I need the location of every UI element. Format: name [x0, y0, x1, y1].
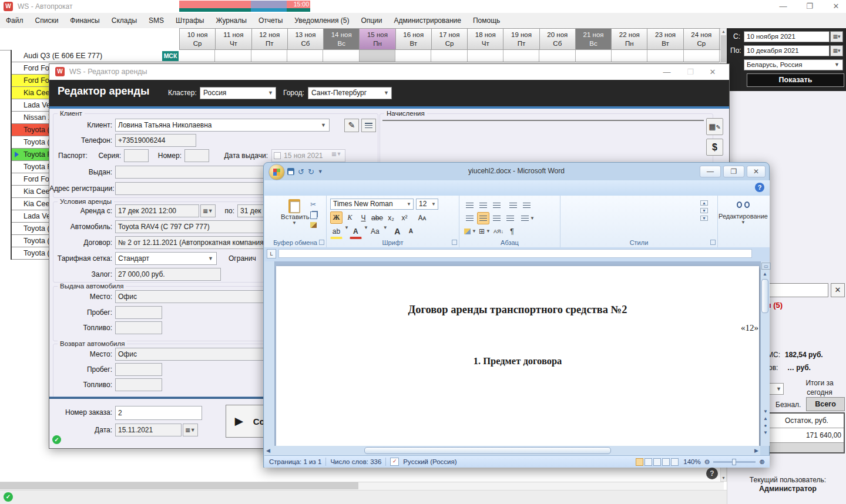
print-layout-icon[interactable] [636, 458, 643, 466]
align-center-button[interactable] [477, 212, 489, 224]
font-size-select[interactable]: 12 ▼ [416, 199, 438, 210]
order-date-calendar-icon[interactable]: ▦▼ [183, 424, 198, 436]
tab-selector[interactable]: L [267, 249, 276, 258]
next-page-icon[interactable]: ▼ [761, 429, 770, 436]
date-to-calendar-icon[interactable]: ▦▾ [830, 45, 843, 56]
scroll-left-icon[interactable]: ◀ [266, 447, 270, 454]
italic-button[interactable]: К [344, 211, 356, 224]
issue-date-checkbox[interactable] [274, 152, 281, 159]
scroll-down-icon[interactable]: ▼ [761, 408, 770, 415]
dialog-maximize-button[interactable]: ❐ [680, 64, 701, 80]
zoom-out-icon[interactable]: ⊖ [704, 458, 710, 466]
superscript-button[interactable]: x² [398, 211, 411, 224]
previous-page-icon[interactable]: ▲ [761, 415, 770, 422]
underline-button[interactable]: Ч [357, 211, 370, 224]
return-fuel-input[interactable] [115, 378, 162, 391]
clear-formatting-button[interactable]: 🗛 [416, 211, 428, 224]
web-layout-icon[interactable] [653, 458, 661, 466]
edit-charges-button[interactable]: ▦✎ [706, 118, 723, 135]
main-restore-button[interactable]: ❐ [798, 0, 821, 13]
region-select[interactable]: Беларусь, Россия ▼ [744, 59, 843, 70]
order-number-input[interactable]: 2 [115, 406, 202, 420]
date-from-input[interactable]: 10 ноября 2021 [744, 31, 830, 42]
word-horizontal-scrollbar[interactable]: ◀ ▶ [264, 446, 760, 455]
passport-number-input[interactable] [184, 149, 209, 162]
menu-item-Отчеты[interactable]: Отчеты [253, 13, 288, 28]
help-button[interactable]: ? [706, 468, 718, 479]
multilevel-list-button[interactable] [491, 199, 503, 211]
menu-item-Опции[interactable]: Опции [355, 13, 388, 28]
gantt-bar-rental[interactable] [179, 1, 251, 8]
order-date-input[interactable]: 15.11.2021 [115, 424, 182, 436]
menu-item-Склады[interactable]: Склады [106, 13, 143, 28]
menu-item-Штрафы[interactable]: Штрафы [170, 13, 210, 28]
change-case-button[interactable]: Aa [369, 225, 381, 237]
scroll-up-icon[interactable]: ▲ [721, 29, 726, 35]
paste-button[interactable]: Вставить ▼ [281, 199, 308, 233]
total-tab[interactable]: Всего [806, 397, 845, 411]
word-count[interactable]: Число слов: 336 [330, 458, 381, 465]
main-minimize-button[interactable]: — [771, 0, 795, 13]
menu-item-Помощь[interactable]: Помощь [467, 13, 506, 28]
font-dialog-launcher[interactable] [452, 240, 457, 245]
chevron-down-icon[interactable]: ▼ [344, 225, 349, 239]
date-from-calendar-icon[interactable]: ▦▾ [830, 31, 843, 42]
styles-more-icon[interactable]: ▼ [700, 216, 708, 221]
car-list-item[interactable]: Audi Q3 (E 606 EE 777) [12, 50, 180, 62]
menu-item-Файл[interactable]: Файл [0, 13, 29, 28]
word-close-button[interactable]: ✕ [747, 166, 766, 177]
app-vertical-scroll-thumb[interactable] [721, 35, 726, 62]
menu-item-Уведомления (5)[interactable]: Уведомления (5) [288, 13, 355, 28]
styles-dialog-launcher[interactable] [710, 240, 716, 245]
word-scroll-thumb[interactable] [761, 279, 768, 313]
highlight-button[interactable]: ab [330, 225, 343, 239]
issue-fuel-input[interactable] [115, 321, 162, 334]
styles-up-icon[interactable]: ▲ [700, 200, 708, 206]
dialog-close-button[interactable]: ✕ [702, 64, 723, 80]
zoom-slider-thumb[interactable] [732, 459, 736, 465]
chevron-down-icon[interactable]: ▼ [383, 225, 388, 239]
scroll-right-icon[interactable]: ▶ [754, 447, 758, 454]
app-horizontal-scroll-thumb[interactable] [0, 482, 358, 489]
client-list-button[interactable] [361, 119, 376, 132]
font-color-button[interactable]: А [350, 225, 362, 239]
numbering-button[interactable] [477, 199, 489, 211]
strikethrough-button[interactable]: abe [371, 211, 384, 224]
spellcheck-icon[interactable]: ✓ [390, 458, 399, 466]
gantt-bar-booking[interactable] [251, 1, 287, 8]
edit-client-button[interactable]: ✎ [344, 119, 359, 132]
zoom-slider[interactable] [713, 461, 756, 463]
cluster-select[interactable]: Россия▼ [200, 87, 276, 99]
grow-font-button[interactable]: А [391, 225, 404, 237]
draft-view-icon[interactable] [671, 458, 679, 466]
client-combobox[interactable]: Ловина Татьяна Николаевна▼ [115, 119, 330, 132]
issue-mileage-input[interactable] [115, 306, 162, 319]
shading-button[interactable]: ▼ [464, 225, 477, 237]
tariff-select[interactable]: Стандарт▼ [115, 252, 217, 265]
pilcrow-button[interactable]: ¶ [506, 225, 518, 237]
language-indicator[interactable]: Русский (Россия) [403, 458, 456, 465]
format-painter-icon[interactable] [310, 222, 317, 228]
date-fragment-control[interactable]: ▼ [767, 383, 784, 395]
align-right-button[interactable] [491, 212, 503, 224]
word-hscroll-thumb[interactable] [364, 447, 611, 454]
bold-button[interactable]: Ж [330, 211, 343, 224]
page-indicator[interactable]: Страница: 1 из 1 [269, 458, 321, 465]
rent-from-calendar-icon[interactable]: ▦▼ [200, 204, 216, 217]
zoom-level[interactable]: 140% [683, 458, 700, 465]
styles-down-icon[interactable]: ▼ [700, 208, 708, 213]
document-page[interactable]: Договор аренды транспортного средства №2… [276, 266, 759, 446]
copy-icon[interactable] [310, 211, 317, 219]
menu-item-SMS[interactable]: SMS [143, 13, 170, 28]
cut-icon[interactable]: ✂ [310, 200, 317, 209]
word-help-button[interactable]: ? [755, 183, 764, 192]
outline-view-icon[interactable] [662, 458, 670, 466]
select-browse-object-icon[interactable]: ● [761, 422, 770, 429]
editing-button[interactable]: Редактирование ▼ [718, 200, 768, 225]
dialog-minimize-button[interactable]: — [656, 64, 677, 80]
deposit-input[interactable]: 27 000,00 руб. [115, 268, 221, 281]
scroll-down-icon[interactable]: ▼ [721, 475, 726, 481]
menu-item-Финансы[interactable]: Финансы [64, 13, 105, 28]
decrease-indent-button[interactable] [507, 199, 519, 211]
gantt-bar-rental-end[interactable]: 15:00 [287, 1, 310, 8]
